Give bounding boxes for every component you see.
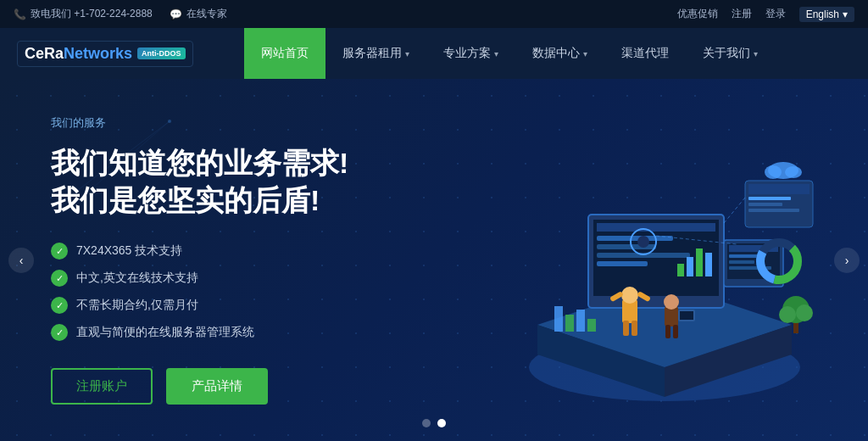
svg-rect-59 [565,315,574,332]
slide-dot-2[interactable] [437,419,446,427]
logo-badge: Anti-DDOS [137,47,186,59]
nav-about[interactable]: 关于我们 ▾ [686,28,775,79]
online-expert[interactable]: 💬 在线专家 [170,7,227,21]
promotions-link[interactable]: 优惠促销 [677,7,718,21]
product-details-button[interactable]: 产品详情 [166,368,268,405]
nav-channel[interactable]: 渠道代理 [604,28,686,79]
svg-point-42 [785,166,802,178]
svg-rect-48 [623,321,629,336]
topbar: 📞 致电我们 +1-702-224-2888 💬 在线专家 优惠促销 注册 登录… [0,0,868,28]
slide-dot-1[interactable] [422,419,431,427]
language-switcher[interactable]: English ▾ [799,7,854,22]
phone-label: 致电我们 +1-702-224-2888 [31,7,153,21]
feature-item: ✓ 不需长期合约,仅需月付 [51,297,492,314]
nav-solutions[interactable]: 专业方案 ▾ [426,28,515,79]
check-icon: ✓ [51,243,68,260]
nav-home[interactable]: 网站首页 [244,28,326,79]
chevron-down-icon: ▾ [843,8,848,20]
svg-point-24 [637,236,649,248]
topbar-left: 📞 致电我们 +1-702-224-2888 💬 在线专家 [14,7,227,21]
nav-about-label: 关于我们 [703,46,750,61]
svg-point-53 [664,294,679,310]
svg-point-47 [621,287,638,304]
hero-title: 我们知道您的业务需求! 我们是您坚实的后盾! [51,144,492,219]
phone-contact: 📞 致电我们 +1-702-224-2888 [14,7,153,21]
check-icon: ✓ [51,297,68,314]
hero-title-line1: 我们知道您的业务需求! [51,144,492,181]
svg-rect-49 [632,321,637,336]
chat-icon: 💬 [170,8,182,20]
svg-rect-26 [687,257,693,276]
nav-channel-label: 渠道代理 [621,46,669,61]
svg-rect-57 [680,311,693,320]
svg-rect-18 [597,223,715,232]
navbar: CeRa Networks Anti-DDOS 网站首页 服务器租用 ▾ 专业方… [0,28,868,79]
slide-prev-button[interactable]: ‹ [8,248,34,273]
svg-rect-61 [587,319,596,332]
slide-next-button[interactable]: › [834,248,860,273]
logo[interactable]: CeRa Networks Anti-DDOS [17,41,193,67]
nav-datacenter[interactable]: 数据中心 ▾ [515,28,604,79]
svg-rect-19 [597,236,673,241]
svg-rect-33 [729,260,754,264]
logo-cera: CeRa [25,45,64,63]
check-icon: ✓ [51,270,68,287]
svg-point-41 [765,165,782,179]
svg-rect-38 [748,203,782,206]
svg-rect-25 [677,264,684,276]
feature-label: 直观与简便的在线服务器管理系统 [76,325,254,340]
hero-subtitle: 我们的服务 [51,115,492,131]
hero-content: 我们的服务 我们知道您的业务需求! 我们是您坚实的后盾! ✓ 7X24X365 … [51,115,492,405]
svg-rect-54 [665,325,670,338]
feature-label: 不需长期合约,仅需月付 [76,298,198,313]
register-account-button[interactable]: 注册账户 [51,368,153,405]
nav-menu: 网站首页 服务器租用 ▾ 专业方案 ▾ 数据中心 ▾ 渠道代理 关于我们 ▾ [244,28,775,79]
svg-rect-58 [554,306,563,332]
nav-datacenter-label: 数据中心 [532,46,580,61]
svg-rect-22 [597,261,648,266]
feature-label: 中文,英文在线技术支持 [76,271,198,286]
hero-section: 我们的服务 我们知道您的业务需求! 我们是您坚实的后盾! ✓ 7X24X365 … [0,79,868,441]
svg-rect-60 [576,310,585,332]
phone-icon: 📞 [14,8,26,20]
svg-rect-28 [705,253,712,276]
slide-dots [422,419,446,427]
svg-rect-27 [696,248,703,276]
hero-illustration [487,104,843,418]
login-link[interactable]: 登录 [765,7,786,21]
nav-servers[interactable]: 服务器租用 ▾ [326,28,426,79]
svg-rect-37 [748,197,791,200]
isometric-scene [487,104,843,418]
svg-rect-36 [748,184,810,194]
chevron-down-icon: ▾ [494,49,498,59]
chevron-down-icon: ▾ [405,49,409,59]
chevron-down-icon: ▾ [754,49,758,59]
feature-item: ✓ 直观与简便的在线服务器管理系统 [51,324,492,341]
hero-buttons: 注册账户 产品详情 [51,368,492,405]
nav-servers-label: 服务器租用 [342,46,402,61]
nav-solutions-label: 专业方案 [443,46,491,61]
online-label: 在线专家 [186,7,227,21]
topbar-right: 优惠促销 注册 登录 English ▾ [677,7,854,22]
language-label: English [806,8,839,20]
chevron-down-icon: ▾ [583,49,587,59]
svg-point-64 [779,306,796,323]
logo-networks: Networks [64,45,132,63]
hero-features: ✓ 7X24X365 技术支持 ✓ 中文,英文在线技术支持 ✓ 不需长期合约,仅… [51,243,492,341]
register-link[interactable]: 注册 [732,7,752,21]
svg-point-65 [796,304,813,321]
check-icon: ✓ [51,324,68,341]
hero-title-line2: 我们是您坚实的后盾! [51,181,492,219]
svg-line-67 [724,198,745,223]
svg-rect-39 [748,209,799,212]
feature-label: 7X24X365 技术支持 [76,243,182,259]
svg-rect-55 [673,325,678,338]
feature-item: ✓ 7X24X365 技术支持 [51,243,492,260]
feature-item: ✓ 中文,英文在线技术支持 [51,270,492,287]
nav-home-label: 网站首页 [261,46,309,61]
